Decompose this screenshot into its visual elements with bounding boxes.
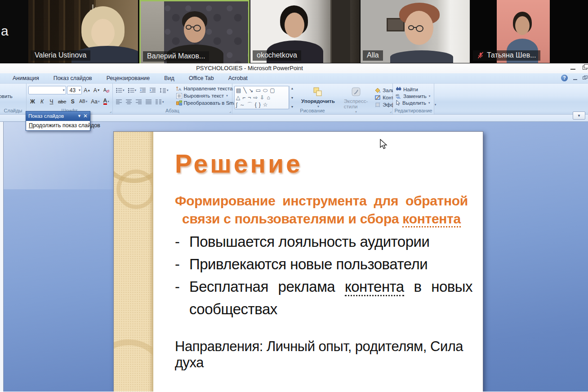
strikethrough-button[interactable]: abe — [57, 97, 67, 106]
columns-icon[interactable]: ▾ — [154, 98, 165, 106]
participant-face — [285, 13, 304, 38]
restore-icon[interactable] — [583, 66, 587, 70]
italic-button[interactable]: К — [38, 97, 46, 106]
editing-group-label: Редактирование — [393, 108, 434, 113]
replace-button[interactable]: abЗаменить ▾ — [395, 93, 432, 99]
align-left-icon[interactable] — [115, 98, 124, 106]
participant-face — [515, 16, 530, 35]
chevron-down-icon[interactable]: ▼ — [77, 114, 81, 118]
numbered-list-icon[interactable]: ▾ — [127, 86, 138, 94]
help-icon[interactable]: ? — [561, 75, 568, 81]
participant-body — [390, 50, 453, 63]
mouse-cursor-icon — [379, 139, 389, 151]
bold-button[interactable]: Ж — [28, 97, 37, 106]
select-icon — [396, 100, 401, 106]
align-right-icon[interactable] — [134, 98, 143, 106]
font-size-combobox[interactable]: 43▾ — [67, 86, 82, 94]
increase-indent-icon[interactable] — [148, 86, 157, 94]
tab-animation[interactable]: Анимация — [6, 73, 45, 83]
video-tile-alla[interactable]: Alla — [361, 0, 470, 63]
bullet-item: - Повышается лояльность аудитории — [175, 231, 472, 253]
shape-fill-icon — [375, 88, 381, 93]
slideshow-popup-toolbar: Показ слайдов ▼ ✕ Продолжить показ слайд… — [26, 111, 90, 131]
clear-formatting-button[interactable]: А — [102, 86, 111, 94]
partial-participant-name: a — [1, 23, 9, 39]
font-color-button[interactable]: А▾ — [102, 97, 111, 106]
line-spacing-icon[interactable]: ▾ — [158, 86, 170, 94]
slide-canvas[interactable]: Решение Формирование инструмента для обр… — [113, 131, 483, 392]
participant-name-tag: Валерий Маков... — [143, 51, 209, 62]
text-shadow-button[interactable]: S — [68, 97, 77, 106]
door-background — [330, 0, 350, 63]
slide-bullet-list[interactable]: - Повышается лояльность аудитории - Прив… — [175, 231, 472, 321]
dialog-launcher-icon[interactable]: ⌟ — [229, 109, 231, 113]
tab-acrobat[interactable]: Acrobat — [222, 73, 254, 83]
delete-slide-button[interactable]: Удалить — [0, 100, 27, 108]
dialog-launcher-icon[interactable]: ⌟ — [390, 109, 392, 113]
svg-text:А: А — [103, 88, 107, 93]
popup-title: Показ слайдов — [28, 113, 76, 119]
slide-title[interactable]: Решение — [175, 149, 303, 178]
participant-name-tag: okochetkova — [253, 50, 301, 61]
layout-button[interactable]: Макет ▾ — [0, 85, 27, 93]
shrink-font-button[interactable]: А▼ — [93, 86, 101, 94]
character-spacing-button[interactable]: АВ▾ — [78, 97, 89, 106]
select-button[interactable]: Выделить ▾ — [395, 99, 432, 106]
video-tile-valeria[interactable]: Valeria Ustinova — [28, 0, 138, 63]
minimize-icon[interactable] — [570, 69, 575, 70]
change-case-button[interactable]: Аа▾ — [89, 97, 101, 106]
quick-styles-icon — [350, 87, 362, 98]
muted-mic-icon — [477, 52, 484, 59]
doc-minimize-icon[interactable] — [573, 79, 577, 80]
decrease-indent-icon[interactable] — [138, 86, 147, 94]
slideshow-popup-titlebar[interactable]: Показ слайдов ▼ ✕ — [26, 111, 90, 120]
paragraph-group-label: Абзац — [113, 108, 232, 113]
tab-view[interactable]: Вид — [158, 73, 181, 83]
editing-group: Найти abЗаменить ▾ Выделить ▾ Редактиров… — [393, 84, 434, 114]
justify-icon[interactable] — [144, 98, 153, 106]
replace-icon: ab — [396, 94, 401, 98]
video-tile-tatyana[interactable]: Татьяна Шев... — [471, 0, 588, 63]
theme-ring-decor — [114, 339, 153, 392]
doc-restore-icon[interactable] — [583, 76, 586, 80]
underlined-term: контента — [345, 278, 404, 296]
resume-slideshow-button[interactable]: Продолжить показ слайдов — [26, 120, 90, 130]
video-tile-okochetkova[interactable]: okochetkova — [250, 0, 360, 63]
participant-name-tag: Valeria Ustinova — [31, 50, 90, 61]
find-button[interactable]: Найти — [395, 86, 432, 93]
title-bar: PSYCHOLOGIES - Microsoft PowerPoint — [0, 63, 588, 73]
close-icon[interactable]: ✕ — [83, 114, 88, 118]
tab-office-tab[interactable]: Office Tab — [183, 73, 220, 83]
slide-lead-paragraph[interactable]: Формирование инструмента для обратной св… — [175, 192, 468, 228]
drawing-group: ▤╲↘▭⬭▢ △⌐¬⇨⇩⌂ ʃ～⌒{}☆ ▲▼▼ Упорядочить▾ Эк… — [232, 84, 393, 114]
chevron-down-icon[interactable]: ▼ — [573, 111, 585, 120]
document-area: Решение Формирование инструмента для обр… — [0, 122, 588, 392]
font-name-combobox[interactable]: ▾ — [28, 86, 66, 94]
slide-footer-text[interactable]: Направления: Личный опыт, родителям, Сил… — [175, 339, 481, 371]
font-group: ▾ 43▾ А▲ А▼ А Ж К Ч abe S АВ▾ Аа▾ А▾ Шри… — [27, 84, 113, 114]
align-text-icon — [176, 93, 182, 99]
arrange-icon — [312, 87, 323, 98]
tab-slideshow[interactable]: Показ слайдов — [47, 73, 98, 83]
shapes-scrollbar[interactable]: ▲▼▼ — [289, 86, 295, 109]
dialog-launcher-icon[interactable]: ⌟ — [110, 109, 111, 113]
glasses — [186, 25, 192, 30]
tab-review[interactable]: Рецензирование — [100, 73, 156, 83]
reset-button[interactable]: Восстановить — [0, 93, 27, 100]
align-center-icon[interactable] — [125, 98, 134, 106]
bullet-item: - Бесплатная реклама контента в новых со… — [175, 276, 472, 321]
screen: a Valeria Ustinova Валерий Маков... okoc… — [0, 0, 588, 392]
drawing-group-label: Рисование — [232, 108, 392, 113]
video-tile-valeriy-active-speaker[interactable]: Валерий Маков... — [139, 0, 249, 65]
bullet-list-icon[interactable]: ▾ — [115, 86, 126, 94]
grow-font-button[interactable]: А▲ — [83, 86, 91, 94]
smartart-icon — [176, 100, 182, 106]
slide-theme-band — [114, 132, 153, 392]
text-direction-icon: А — [176, 86, 182, 92]
underline-button[interactable]: Ч — [47, 97, 56, 106]
shape-outline-icon — [375, 95, 381, 100]
shapes-gallery[interactable]: ▤╲↘▭⬭▢ △⌐¬⇨⇩⌂ ʃ～⌒{}☆ — [234, 86, 289, 109]
glasses — [408, 25, 414, 30]
find-icon — [396, 87, 401, 92]
participant-name-tag: Alla — [363, 50, 383, 61]
